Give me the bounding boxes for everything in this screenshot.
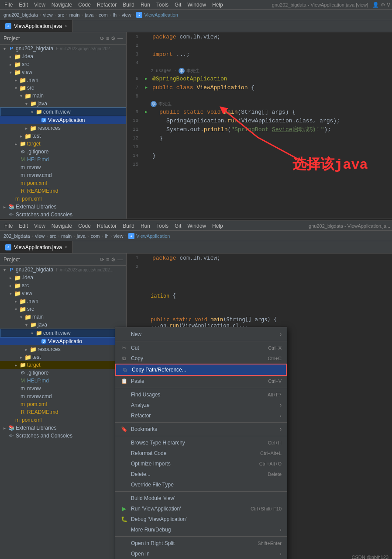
bottom-tree-mvnw[interactable]: mmvnw <box>0 385 126 392</box>
tree-src-top[interactable]: ▸ 📁 src <box>0 60 126 68</box>
menu-help[interactable]: Help <box>210 1 226 9</box>
breadcrumb-main[interactable]: main <box>69 12 80 17</box>
tree-test[interactable]: ▸ 📁 test <box>0 132 126 140</box>
menu-item-browse-hierarchy[interactable]: Browse Type Hierarchy Ctrl+H <box>115 437 287 448</box>
bottom-menu-view[interactable]: View <box>31 222 48 230</box>
bottom-menu-help[interactable]: Help <box>210 222 226 230</box>
bottom-tree-test[interactable]: ▸ 📁test <box>0 353 126 361</box>
tree-idea[interactable]: ▸ 📁 .idea <box>0 52 126 60</box>
menu-item-copy-path[interactable]: ⧉ Copy Path/Reference... <box>115 364 287 376</box>
tree-scratches[interactable]: ✏ Scratches and Consoles <box>0 211 126 219</box>
bottom-menu-window[interactable]: Window <box>185 222 209 230</box>
menu-edit[interactable]: Edit <box>16 1 31 9</box>
bottom-breadcrumb-java[interactable]: java <box>77 233 86 239</box>
bottom-tree-external-libs[interactable]: ▸ 📚External Libraries <box>0 424 126 432</box>
menu-item-paste[interactable]: 📋 Paste Ctrl+V <box>115 376 287 386</box>
tree-helpmd[interactable]: M HELP.md <box>0 156 126 163</box>
breadcrumb-class[interactable]: ViewApplication <box>144 12 178 17</box>
bottom-tree-com-lh-view[interactable]: ▾ 📁com.lh.view <box>0 329 126 337</box>
tree-readme[interactable]: R README.md <box>0 187 126 195</box>
menu-view[interactable]: View <box>31 1 48 9</box>
menu-item-refactor[interactable]: Refactor › <box>115 410 287 421</box>
menu-item-copy[interactable]: ⧉ Copy Ctrl+C <box>115 353 287 364</box>
tree-src[interactable]: ▾ 📁 src <box>0 84 126 92</box>
tree-view[interactable]: ▾ 📁 view <box>0 68 126 76</box>
tab-viewapplication[interactable]: J ViewApplication.java × <box>0 20 73 32</box>
bottom-menu-refactor[interactable]: Refactor <box>94 222 119 230</box>
menu-item-analyze[interactable]: Analyze › <box>115 400 287 410</box>
bottom-tree-idea[interactable]: ▸ 📁.idea <box>0 274 126 281</box>
breadcrumb-view[interactable]: view <box>43 12 53 17</box>
bottom-tree-mvn[interactable]: ▸ 📁.mvn <box>0 297 126 305</box>
tree-mvnwcmd[interactable]: m mvnw.cmd <box>0 171 126 179</box>
bottom-menu-git[interactable]: Git <box>172 222 184 230</box>
tab-close-button[interactable]: × <box>65 24 67 28</box>
menu-item-bookmarks[interactable]: 🔖 Bookmarks › <box>115 424 287 434</box>
menu-item-open-in[interactable]: Open In › <box>115 549 287 559</box>
menu-git[interactable]: Git <box>172 1 184 9</box>
tree-pomxml-view[interactable]: m pom.xml <box>0 179 126 187</box>
bottom-breadcrumb-view[interactable]: view <box>35 233 45 239</box>
menu-item-run[interactable]: ▶ Run 'ViewApplication' Ctrl+Shift+F10 <box>115 503 287 514</box>
tree-pomxml-root[interactable]: m pom.xml <box>0 195 126 203</box>
bottom-menu-file[interactable]: File <box>2 222 15 230</box>
bottom-sidebar-minimize-icon[interactable]: — <box>117 257 123 263</box>
menu-item-override-filetype[interactable]: Override File Type <box>115 479 287 490</box>
menu-refactor[interactable]: Refactor <box>94 1 119 9</box>
tree-java-folder[interactable]: ▾ 📁 java <box>0 100 126 108</box>
bottom-tree-src[interactable]: ▾ 📁src <box>0 305 126 313</box>
breadcrumb-view2[interactable]: view <box>122 12 131 17</box>
bottom-breadcrumb-view2[interactable]: view <box>113 233 123 239</box>
tree-project-root[interactable]: ▾ P gnu202_bigdata F:\niit\2023\projects… <box>0 45 126 52</box>
tree-main[interactable]: ▾ 📁 main <box>0 92 126 100</box>
bottom-tree-viewapplication-file[interactable]: J ViewApplicatio <box>0 337 126 345</box>
tree-mvn[interactable]: ▸ 📁 .mvn <box>0 76 126 84</box>
bottom-tree-pomxml-view[interactable]: mpom.xml <box>0 400 126 408</box>
breadcrumb-com[interactable]: com <box>99 12 108 17</box>
bottom-tree-mvnwcmd[interactable]: mmvnw.cmd <box>0 392 126 400</box>
bottom-menu-tools[interactable]: Tools <box>154 222 171 230</box>
bottom-tree-target[interactable]: ▸ 📁target <box>0 361 126 369</box>
bottom-menu-edit[interactable]: Edit <box>16 222 31 230</box>
menu-item-new[interactable]: New › <box>115 329 287 340</box>
menu-item-delete[interactable]: Delete... Delete <box>115 469 287 479</box>
sidebar-collapse-icon[interactable]: ≡ <box>106 35 109 42</box>
tree-target[interactable]: ▸ 📁 target <box>0 140 126 148</box>
menu-item-optimize-imports[interactable]: Optimize Imports Ctrl+Alt+O <box>115 458 287 469</box>
menu-run[interactable]: Run <box>138 1 153 9</box>
menu-item-build-module[interactable]: Build Module 'view' <box>115 493 287 503</box>
breadcrumb-lh[interactable]: lh <box>113 12 117 17</box>
menu-code[interactable]: Code <box>76 1 93 9</box>
menu-window[interactable]: Window <box>185 1 209 9</box>
tree-external-libs[interactable]: ▸ 📚 External Libraries <box>0 203 126 211</box>
sidebar-minimize-icon[interactable]: — <box>117 35 123 42</box>
breadcrumb-java[interactable]: java <box>85 12 93 17</box>
breadcrumb-src[interactable]: src <box>58 12 64 17</box>
menu-tools[interactable]: Tools <box>154 1 171 9</box>
menu-item-more-run[interactable]: More Run/Debug › <box>115 524 287 535</box>
tree-viewapplication-file[interactable]: J ViewApplication <box>0 116 126 124</box>
menu-item-debug[interactable]: 🐛 Debug 'ViewApplication' <box>115 514 287 524</box>
bottom-sidebar-sync-icon[interactable]: ⟳ <box>100 257 104 263</box>
bottom-breadcrumb-com[interactable]: com <box>91 233 100 239</box>
bottom-tab-close-button[interactable]: × <box>65 245 67 250</box>
bottom-menu-build[interactable]: Build <box>120 222 137 230</box>
bottom-tree-pomxml-root[interactable]: mpom.xml <box>0 416 126 424</box>
bottom-tree-view[interactable]: ▾ 📁view <box>0 289 126 297</box>
bottom-sidebar-collapse-icon[interactable]: ≡ <box>106 257 109 263</box>
menu-file[interactable]: File <box>2 1 15 9</box>
sidebar-sync-icon[interactable]: ⟳ <box>100 35 104 42</box>
breadcrumb-project[interactable]: gnu202_bigdata <box>3 12 38 17</box>
bottom-tab-viewapplication[interactable]: J ViewApplication.java × <box>0 241 73 253</box>
menu-item-cut[interactable]: ✂ Cut Ctrl+X <box>115 343 287 353</box>
bottom-tree-resources[interactable]: ▸ 📁resources <box>0 345 126 353</box>
menu-item-open-right-split[interactable]: Open in Right Split Shift+Enter <box>115 538 287 549</box>
menu-item-reformat[interactable]: Reformat Code Ctrl+Alt+L <box>115 448 287 458</box>
menu-navigate[interactable]: Navigate <box>49 1 75 9</box>
bottom-tree-src-top[interactable]: ▸ 📁src <box>0 281 126 289</box>
menu-item-find-usages[interactable]: Find Usages Alt+F7 <box>115 389 287 400</box>
tree-com-lh-view[interactable]: ▾ 📁 com.lh.view <box>0 108 126 116</box>
bottom-tree-helpmd[interactable]: MHELP.md <box>0 377 126 385</box>
tree-mvnw[interactable]: m mvnw <box>0 163 126 171</box>
bottom-tree-project-root[interactable]: ▾ P gnu202_bigdata F:\niit\2023\projects… <box>0 266 126 274</box>
